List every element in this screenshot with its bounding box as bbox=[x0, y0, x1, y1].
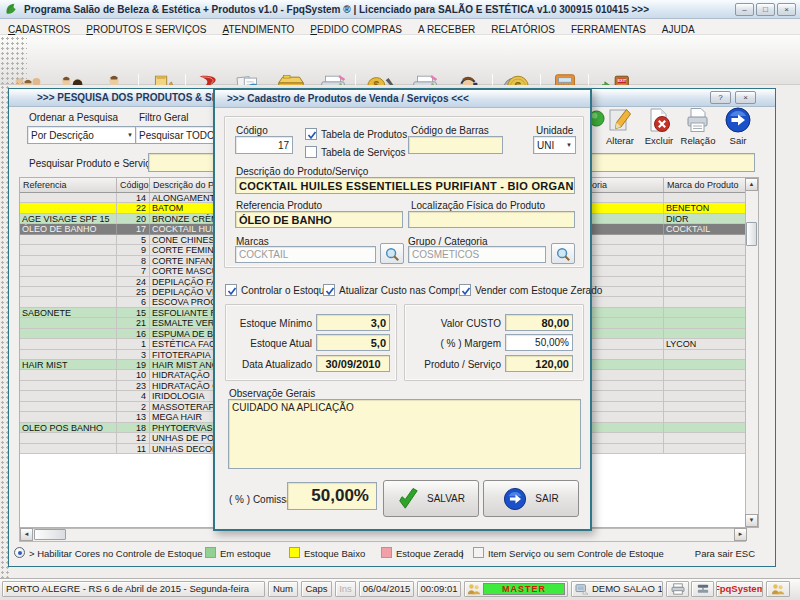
filter-label: Filtro Geral bbox=[139, 112, 188, 123]
minimize-button[interactable]: – bbox=[735, 3, 754, 16]
cell-marca bbox=[664, 245, 747, 255]
maximize-button[interactable]: □ bbox=[756, 3, 775, 16]
cell-code: 12 bbox=[117, 433, 150, 443]
cell-code: 25 bbox=[117, 287, 150, 297]
data-atualizado-label: Data Atualizado bbox=[226, 359, 312, 370]
cell-marca bbox=[664, 433, 747, 443]
cell-ref bbox=[20, 402, 117, 412]
status-network-panel[interactable] bbox=[691, 581, 714, 597]
vender-zerado-checkbox[interactable]: Vender com Estoque Zerado bbox=[459, 284, 602, 296]
cell-marca bbox=[664, 423, 747, 433]
scroll-down-arrow[interactable]: ▼ bbox=[745, 514, 758, 527]
dialog-sair-label: SAIR bbox=[535, 493, 558, 504]
filter-select-value: Pesquisar TODOS bbox=[139, 130, 221, 141]
descricao-field[interactable]: COCKTAIL HUILES ESSENTIELLES PURIFIANT -… bbox=[235, 177, 575, 194]
cell-code: 23 bbox=[117, 381, 150, 391]
preco-label: Produto / Serviço bbox=[405, 359, 501, 370]
column-header-2[interactable]: Código bbox=[117, 178, 150, 192]
search-window-close-button[interactable]: × bbox=[735, 91, 756, 104]
cell-code: 11 bbox=[117, 444, 150, 454]
margem-field[interactable]: 50,00% bbox=[505, 334, 573, 351]
estoque-atual-field[interactable]: 5,0 bbox=[316, 334, 390, 351]
dialog-sair-button[interactable]: SAIR bbox=[483, 480, 579, 517]
column-header-1[interactable]: Referencia bbox=[20, 178, 117, 192]
cell-ref bbox=[20, 203, 117, 213]
relacao-icon bbox=[685, 107, 711, 133]
stock-panel: Estoque Mínimo 3,0 Estoque Atual 5,0 Dat… bbox=[225, 304, 397, 381]
comissao-field[interactable]: 50,00% bbox=[287, 482, 377, 510]
vertical-scroll-thumb[interactable] bbox=[746, 222, 757, 246]
status-printer-panel[interactable] bbox=[666, 581, 689, 597]
atualizar-custo-checkbox[interactable]: Atualizar Custo nas Compras bbox=[323, 284, 469, 296]
preco-field[interactable]: 120,00 bbox=[505, 355, 573, 372]
codigo-field[interactable]: 17 bbox=[235, 136, 293, 154]
cell-marca bbox=[664, 297, 747, 307]
estoque-atual-label: Estoque Atual bbox=[226, 338, 312, 349]
order-select[interactable]: Por Descrição▼ bbox=[27, 126, 137, 144]
window-toolbar-button-excluir[interactable]: Excluir bbox=[640, 107, 678, 149]
salvar-button[interactable]: SALVAR bbox=[383, 480, 479, 517]
cell-code: 20 bbox=[117, 214, 150, 224]
cell-ref bbox=[20, 193, 117, 203]
grupo-search-button[interactable] bbox=[551, 243, 575, 264]
cell-marca bbox=[664, 256, 747, 266]
cell-ref bbox=[20, 329, 117, 339]
tabela-servicos-checkbox[interactable]: Tabela de Serviços bbox=[305, 146, 406, 158]
status-time: 00:09:01 bbox=[417, 581, 461, 597]
controlar-estoque-checkbox[interactable]: Controlar o Estoque bbox=[225, 284, 330, 296]
legend-label-1: Em estoque bbox=[220, 548, 271, 559]
custo-label: Valor CUSTO bbox=[405, 318, 501, 329]
users-icon bbox=[771, 583, 785, 595]
cell-marca bbox=[664, 350, 747, 360]
marcas-field[interactable]: COCKTAIL bbox=[235, 246, 376, 263]
atualizar-custo-label: Atualizar Custo nas Compras bbox=[339, 285, 469, 296]
cell-ref: SABONETE bbox=[20, 308, 117, 318]
cell-marca bbox=[664, 444, 747, 454]
obs-textarea[interactable]: CUIDADO NA APLICAÇÃO bbox=[228, 399, 581, 469]
unidade-select[interactable]: UNI▼ bbox=[533, 136, 576, 154]
horizontal-scroll-thumb[interactable] bbox=[34, 529, 66, 540]
scroll-left-arrow[interactable]: ◄ bbox=[20, 528, 33, 541]
grupo-field[interactable]: COSMETICOS bbox=[408, 246, 546, 263]
cell-code: 17 bbox=[117, 224, 150, 234]
estoque-min-field[interactable]: 3,0 bbox=[316, 314, 390, 331]
data-atualizado-field[interactable]: 30/09/2010 bbox=[316, 355, 390, 372]
dialog-titlebar[interactable]: >>> Cadastro de Produtos de Venda / Serv… bbox=[215, 90, 590, 108]
referencia-field[interactable]: ÓLEO DE BANHO bbox=[235, 211, 403, 228]
column-header-5[interactable]: Marca do Produto bbox=[664, 178, 747, 192]
marcas-search-button[interactable] bbox=[380, 243, 404, 264]
window-toolbar-label-sair: Sair bbox=[730, 135, 747, 146]
cell-marca bbox=[664, 412, 747, 422]
cell-ref bbox=[20, 370, 117, 380]
vertical-scrollbar[interactable]: ▲ ▼ bbox=[745, 178, 758, 527]
window-toolbar-button-sair[interactable]: Sair bbox=[719, 107, 757, 149]
cell-ref bbox=[20, 350, 117, 360]
enable-colors-radio[interactable] bbox=[14, 547, 25, 558]
legend-label-3: Estoque Zerado bbox=[396, 548, 464, 559]
scroll-right-arrow[interactable]: ► bbox=[734, 528, 747, 541]
window-toolbar-button-relacao[interactable]: Relação bbox=[679, 107, 717, 149]
cell-ref bbox=[20, 287, 117, 297]
license-label: DEMO SALAO 1.0 bbox=[592, 582, 663, 596]
close-button[interactable]: × bbox=[777, 3, 796, 16]
svg-text:EXIT: EXIT bbox=[617, 78, 626, 83]
barras-field[interactable] bbox=[408, 136, 503, 154]
cell-code: 13 bbox=[117, 412, 150, 422]
cell-code: 18 bbox=[117, 423, 150, 433]
cell-ref bbox=[20, 318, 117, 328]
localizacao-field[interactable] bbox=[408, 211, 575, 228]
values-panel: Valor CUSTO 80,00 ( % ) Margem 50,00% Pr… bbox=[404, 304, 584, 381]
window-toolbar-button-alterar[interactable]: Alterar bbox=[601, 107, 639, 149]
tabela-produtos-checkbox[interactable]: Tabela de Produtos bbox=[305, 128, 407, 140]
sair-icon bbox=[725, 107, 751, 133]
printer-icon bbox=[671, 583, 685, 595]
scroll-up-arrow[interactable]: ▲ bbox=[745, 178, 758, 191]
cell-code: 3 bbox=[117, 350, 150, 360]
help-button[interactable]: ? bbox=[710, 91, 731, 104]
app-window: Programa Salão de Beleza & Estética + Pr… bbox=[0, 0, 800, 600]
custo-field[interactable]: 80,00 bbox=[505, 314, 573, 331]
tabela-produtos-label: Tabela de Produtos bbox=[321, 129, 407, 140]
cell-ref bbox=[20, 235, 117, 245]
cell-code: 21 bbox=[117, 318, 150, 328]
cell-ref bbox=[20, 433, 117, 443]
